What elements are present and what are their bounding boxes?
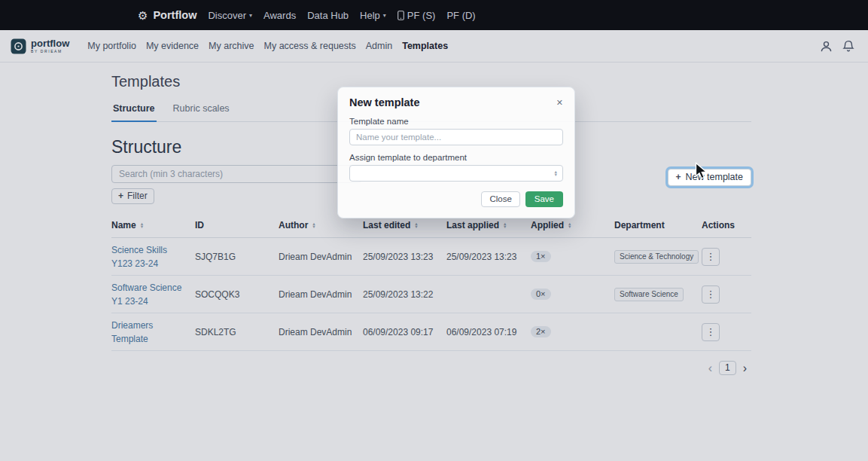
modal-footer: Close Save — [349, 191, 563, 207]
chevron-down-icon: ▼ — [554, 173, 558, 177]
modal-header: New template ✕ — [349, 96, 563, 109]
new-template-button-label: New template — [686, 172, 743, 182]
modal-title: New template — [349, 96, 419, 108]
template-name-input[interactable] — [349, 129, 563, 145]
portflow-app: ⚙ Portflow Discover ▾ Awards Data Hub He… — [0, 0, 868, 461]
new-template-button[interactable]: + New template — [668, 169, 751, 186]
modal-backdrop[interactable] — [0, 0, 868, 461]
department-label: Assign template to department — [349, 153, 563, 162]
template-name-label: Template name — [349, 117, 563, 126]
new-template-modal: New template ✕ Template name Assign temp… — [337, 87, 575, 218]
close-icon[interactable]: ✕ — [550, 96, 563, 109]
select-chevrons-icon: ▲▼ — [554, 170, 558, 177]
modal-close-button[interactable]: Close — [481, 191, 519, 207]
department-select[interactable]: ▲▼ — [349, 165, 563, 182]
plus-icon: + — [676, 172, 681, 182]
modal-save-button[interactable]: Save — [525, 191, 563, 207]
